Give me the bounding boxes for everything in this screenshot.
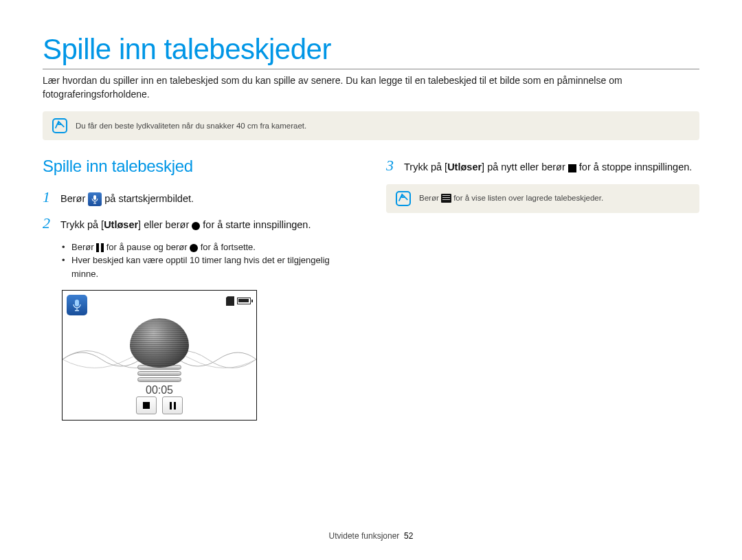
step-1: 1 Berør på startskjermbildet. [43,188,356,206]
microphone-icon [88,192,102,206]
pause-icon [96,243,104,252]
footer-section: Utvidete funksjoner [329,531,400,541]
stop-button[interactable] [136,396,157,414]
list-icon [441,194,451,203]
recording-timer: 00:05 [146,384,173,396]
tip-box-quality: Du får den beste lydkvaliteten når du sn… [43,111,699,140]
bullet-pause: Berør for å pause og berør for å fortset… [62,240,356,254]
svg-rect-1 [75,300,79,306]
note-icon [52,118,67,133]
stop-icon [568,164,576,172]
step-3: 3 Trykk på [Utløser] på nytt eller berør… [386,157,699,175]
bullet-duration: Hver beskjed kan være opptil 10 timer la… [62,254,356,280]
record-icon [192,222,200,230]
pause-button[interactable] [162,396,183,414]
tip-text: Berør for å vise listen over lagrede tal… [419,194,603,203]
tip-text: Du får den beste lydkvaliteten når du sn… [76,122,306,130]
step-number: 1 [43,188,55,206]
page-footer: Utvidete funksjoner 52 [0,531,742,541]
device-screenshot: 00:05 [62,290,257,421]
step-number: 2 [43,214,55,232]
svg-rect-0 [93,195,96,200]
intro-text: Lær hvordan du spiller inn en talebeskje… [43,74,699,102]
mic-app-icon [67,295,87,315]
step-1-text: Berør på startskjermbildet. [60,192,194,206]
step-2-bullets: Berør for å pause og berør for å fortset… [62,240,356,281]
step-number: 3 [386,157,398,175]
section-title: Spille inn talebeskjed [43,157,356,176]
sd-card-icon [226,296,234,306]
note-icon [396,191,411,206]
status-icons [226,296,251,306]
step-2-text: Trykk på [Utløser] eller berør for å sta… [60,218,311,232]
microphone-graphic [130,318,189,383]
right-column: 3 Trykk på [Utløser] på nytt eller berør… [386,157,699,421]
playback-controls [136,396,183,414]
page-title: Spille inn talebeskjeder [43,33,699,66]
page-number: 52 [404,531,413,541]
battery-icon [237,298,251,304]
record-icon [190,244,198,252]
title-divider [43,69,699,69]
left-column: Spille inn talebeskjed 1 Berør på starts… [43,157,356,421]
step-3-text: Trykk på [Utløser] på nytt eller berør f… [404,160,692,175]
tip-box-list: Berør for å vise listen over lagrede tal… [386,184,699,213]
step-2: 2 Trykk på [Utløser] eller berør for å s… [43,214,356,232]
